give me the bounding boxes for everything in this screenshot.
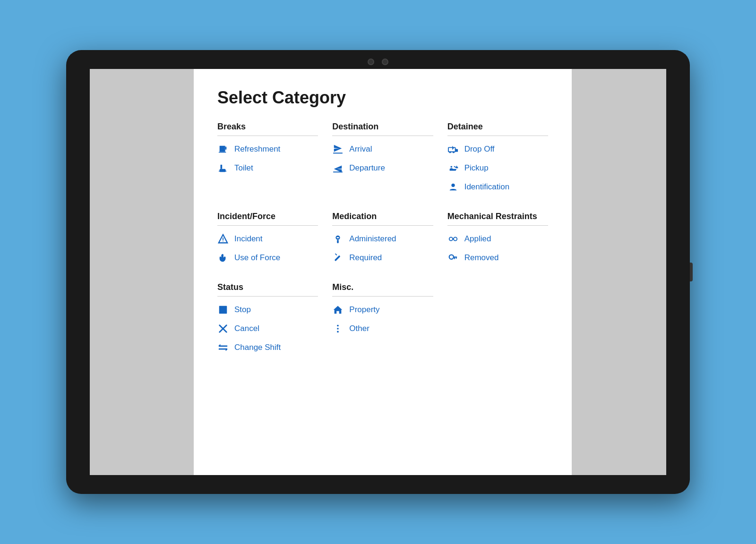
category-items-status: StopCancelChange Shift <box>217 304 318 353</box>
svg-point-12 <box>453 152 455 153</box>
svg-point-19 <box>223 241 223 242</box>
category-item-toilet[interactable]: Toilet <box>217 162 318 174</box>
category-section-misc: Misc.PropertyOther <box>332 282 433 353</box>
category-title-destination: Destination <box>332 122 433 136</box>
category-item-administered[interactable]: Administered <box>332 233 433 245</box>
item-label-refreshment: Refreshment <box>234 144 280 154</box>
category-items-breaks: RefreshmentToilet <box>217 144 318 174</box>
svg-point-16 <box>451 184 455 187</box>
category-item-arrival[interactable]: Arrival <box>332 144 433 155</box>
shift-icon <box>217 342 229 353</box>
category-item-other[interactable]: Other <box>332 323 433 334</box>
categories-grid: BreaksRefreshmentToiletDestinationArriva… <box>217 122 548 353</box>
departure-icon <box>332 162 344 174</box>
category-item-cancel[interactable]: Cancel <box>217 323 318 334</box>
svg-rect-24 <box>335 254 337 256</box>
item-label-toilet: Toilet <box>234 163 253 173</box>
item-label-property: Property <box>349 305 379 314</box>
dots-icon <box>332 323 344 334</box>
svg-rect-30 <box>455 257 456 259</box>
svg-marker-8 <box>334 166 342 173</box>
cup-icon <box>217 144 229 155</box>
svg-rect-5 <box>219 171 227 172</box>
svg-rect-4 <box>221 165 223 169</box>
svg-point-26 <box>454 237 457 240</box>
dropoff-icon <box>447 144 459 155</box>
svg-point-41 <box>337 328 339 330</box>
category-section-status: StatusStopCancelChange Shift <box>217 282 318 353</box>
category-item-departure[interactable]: Departure <box>332 162 433 174</box>
category-item-stop[interactable]: Stop <box>217 304 318 315</box>
item-label-departure: Departure <box>349 163 385 173</box>
svg-rect-2 <box>219 152 226 153</box>
home-icon <box>332 304 344 315</box>
svg-rect-32 <box>219 306 227 314</box>
page-title: Select Category <box>217 88 548 108</box>
svg-marker-13 <box>452 146 454 150</box>
category-title-detainee: Detainee <box>447 122 548 136</box>
svg-rect-10 <box>448 147 455 152</box>
svg-point-25 <box>449 237 452 240</box>
category-item-required[interactable]: Required <box>332 252 433 264</box>
svg-rect-7 <box>333 153 343 153</box>
svg-rect-31 <box>454 257 455 259</box>
svg-marker-39 <box>334 306 342 314</box>
item-label-cancel: Cancel <box>234 324 259 333</box>
svg-rect-9 <box>333 171 343 172</box>
item-label-incident: Incident <box>234 234 263 244</box>
svg-marker-15 <box>455 166 458 169</box>
category-section-breaks: BreaksRefreshmentToilet <box>217 122 318 193</box>
item-label-applied: Applied <box>464 234 491 244</box>
item-label-administered: Administered <box>349 234 396 244</box>
category-section-mechanical-restraints: Mechanical RestraintsAppliedRemoved <box>447 212 548 264</box>
category-items-incident-force: IncidentUse of Force <box>217 233 318 264</box>
category-item-use-of-force[interactable]: Use of Force <box>217 252 318 264</box>
toilet-icon <box>217 162 229 174</box>
category-title-misc: Misc. <box>332 282 433 297</box>
item-label-pickup: Pickup <box>464 163 489 173</box>
category-item-removed[interactable]: Removed <box>447 252 548 264</box>
tablet-side-button <box>690 263 693 281</box>
category-item-identification[interactable]: Identification <box>447 181 548 193</box>
pill-icon <box>332 233 344 245</box>
sidebar-right <box>572 69 666 475</box>
item-label-removed: Removed <box>464 253 499 263</box>
item-label-drop-off: Drop Off <box>464 144 495 154</box>
category-item-pickup[interactable]: Pickup <box>447 162 548 174</box>
svg-point-42 <box>337 331 339 333</box>
category-item-incident[interactable]: Incident <box>217 233 318 245</box>
category-items-misc: PropertyOther <box>332 304 433 334</box>
svg-rect-18 <box>223 238 223 240</box>
syringe-icon <box>332 252 344 264</box>
item-label-arrival: Arrival <box>349 144 372 154</box>
item-label-change-shift: Change Shift <box>234 343 281 352</box>
camera-dot-right <box>382 59 388 65</box>
category-item-property[interactable]: Property <box>332 304 433 315</box>
camera-dot-left <box>368 59 374 65</box>
category-title-mechanical-restraints: Mechanical Restraints <box>447 212 548 226</box>
warning-icon <box>217 233 229 245</box>
category-section-incident-force: Incident/ForceIncidentUse of Force <box>217 212 318 264</box>
category-title-status: Status <box>217 282 318 297</box>
category-item-drop-off[interactable]: Drop Off <box>447 144 548 155</box>
svg-point-11 <box>449 152 451 153</box>
category-section-medication: MedicationAdministeredRequired <box>332 212 433 264</box>
id-icon <box>447 181 459 193</box>
main-content: Select Category BreaksRefreshmentToiletD… <box>194 69 572 475</box>
item-label-stop: Stop <box>234 305 251 314</box>
key-icon <box>447 252 459 264</box>
category-item-applied[interactable]: Applied <box>447 233 548 245</box>
svg-point-28 <box>449 255 453 259</box>
svg-marker-6 <box>334 145 342 152</box>
tablet-frame: Select Category BreaksRefreshmentToiletD… <box>66 50 690 494</box>
arrival-icon <box>332 144 344 155</box>
pickup-icon <box>447 162 459 174</box>
item-label-use-of-force: Use of Force <box>234 253 280 263</box>
category-items-destination: ArrivalDeparture <box>332 144 433 174</box>
svg-rect-1 <box>225 147 227 150</box>
sidebar-left <box>90 69 194 475</box>
item-label-required: Required <box>349 253 382 263</box>
category-item-change-shift[interactable]: Change Shift <box>217 342 318 353</box>
svg-rect-22 <box>337 240 339 243</box>
category-item-refreshment[interactable]: Refreshment <box>217 144 318 155</box>
